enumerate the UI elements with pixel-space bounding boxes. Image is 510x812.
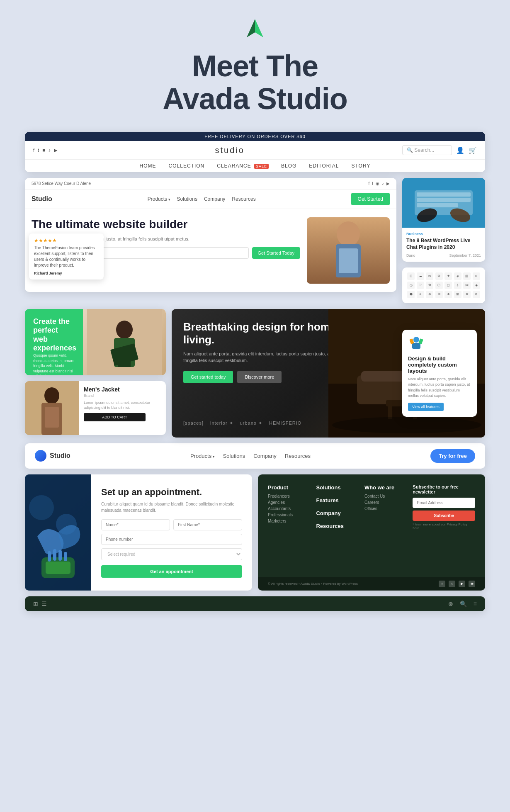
- bottom-circle-icon[interactable]: ⊗: [448, 600, 453, 607]
- icon-23: ✿: [463, 291, 471, 298]
- svg-rect-40: [53, 549, 56, 561]
- svg-point-30: [413, 337, 419, 343]
- dark-discover-button[interactable]: Discover more: [237, 371, 282, 383]
- bottom-search-icon[interactable]: 🔍: [460, 600, 467, 607]
- view-features-button[interactable]: View all features: [408, 403, 444, 411]
- store-nav-mockup: FREE DELIVERY ON ORDERS OVER $60 f t ■ ♪…: [25, 132, 485, 172]
- footer-who-heading: Who we are: [364, 484, 406, 491]
- footer-bottom: © All rights reserved • Avada Studio • P…: [258, 577, 485, 591]
- nav-products-link[interactable]: Products: [190, 453, 215, 459]
- dark-buttons: Get started today Discover more: [183, 371, 343, 383]
- nav-resources[interactable]: Resources: [232, 196, 255, 202]
- stars: ★★★★★: [34, 238, 99, 243]
- fb-icon: f: [368, 181, 369, 186]
- hero-cta-button[interactable]: Get Started Today: [252, 247, 300, 259]
- dark-cta-button[interactable]: Get started today: [183, 371, 233, 383]
- newsletter-label: Subscribe to our free newsletter: [413, 484, 475, 494]
- mockup-topbar: 5678 Setice Way Coeur D Alene f t ◉ ♪ ▶: [25, 178, 396, 190]
- footer-offices[interactable]: Offices: [364, 506, 406, 511]
- main-hero-mockup: 5678 Setice Way Coeur D Alene f t ◉ ♪ ▶ …: [25, 178, 396, 292]
- footer-product-heading: Product: [268, 484, 309, 491]
- icon-5: ★: [444, 272, 452, 280]
- footer-link-agencies[interactable]: Agencies: [268, 500, 309, 505]
- nav-story[interactable]: STORY: [351, 163, 370, 169]
- icon-15: ⋈: [463, 282, 471, 289]
- icon-10: ♡: [417, 282, 424, 289]
- nav-bar-mockup: Studio Products Solutions Company Resour…: [25, 443, 485, 469]
- hero-section: Meet The Avada Studio: [163, 17, 347, 115]
- footer-dark-body: Product Freelancers Agencies Accountants…: [258, 474, 485, 577]
- nav-resources-link[interactable]: Resources: [285, 453, 311, 459]
- nav-bar-logo: Studio: [35, 450, 70, 462]
- privacy-text: * learn more about our Privacy Policy he…: [413, 523, 475, 530]
- user-icon: 👤: [456, 146, 464, 154]
- blog-card-body: Business The 9 Best WordPress Live Chat …: [402, 228, 485, 261]
- nav-clearance[interactable]: CLEARANCE SALE: [217, 163, 269, 169]
- nav-editorial[interactable]: EDITORIAL: [309, 163, 339, 169]
- footer-link-accountants[interactable]: Accountants: [268, 506, 309, 511]
- nav-company-link[interactable]: Company: [253, 453, 277, 459]
- bottom-bar-left-icons: ⊞ ☰: [33, 600, 47, 607]
- service-select[interactable]: Select required: [101, 548, 242, 560]
- footer-careers[interactable]: Careers: [364, 500, 406, 505]
- footer-link-professionals[interactable]: Professionals: [268, 513, 309, 517]
- mockup-nav-links: Products Solutions Company Resources: [148, 196, 256, 202]
- nav-solutions-link[interactable]: Solutions: [223, 453, 245, 459]
- row-three: Create the perfect web experiences Quisq…: [25, 309, 485, 438]
- footer-solutions-heading: Solutions: [316, 484, 357, 491]
- bottom-bar-right-icons: ⊗ 🔍 ≡: [448, 600, 477, 607]
- footer-twitter-icon[interactable]: t: [449, 581, 455, 587]
- firstname-input[interactable]: [173, 519, 242, 530]
- footer-instagram-icon[interactable]: ◉: [469, 581, 475, 587]
- newsletter-email-input[interactable]: [413, 498, 475, 508]
- nav-collection[interactable]: COLLECTION: [169, 163, 205, 169]
- bottom-grid-icon[interactable]: ⊞: [33, 600, 38, 607]
- nav-bar-links: Products Solutions Company Resources: [190, 453, 311, 459]
- custom-layout-card: Design & build completely custom layouts…: [402, 330, 477, 417]
- footer-facebook-icon[interactable]: f: [439, 581, 445, 587]
- add-to-cart-button[interactable]: ADD TO CART: [84, 413, 146, 421]
- mockup-nav: Studio Products Solutions Company Resour…: [25, 190, 396, 209]
- nav-home[interactable]: HOME: [140, 163, 156, 169]
- store-search-box[interactable]: 🔍 Search...: [402, 145, 452, 155]
- search-icon: 🔍: [407, 147, 413, 153]
- nav-blog[interactable]: BLOG: [281, 163, 296, 169]
- icon-18: ✦: [417, 291, 424, 298]
- bottom-user-icon[interactable]: ≡: [474, 600, 477, 607]
- footer-contact[interactable]: Contact Us: [364, 494, 406, 498]
- footer-resources-heading: Resources: [316, 523, 357, 529]
- svg-rect-42: [64, 552, 67, 561]
- icon-20: ⌘: [435, 291, 443, 298]
- hero-heading: The ultimate website builder: [32, 217, 300, 231]
- nav-solutions[interactable]: Solutions: [177, 196, 197, 202]
- footer-link-marketers[interactable]: Marketers: [268, 519, 309, 523]
- try-for-free-button[interactable]: Try for free: [430, 449, 475, 463]
- icon-14: ⊹: [454, 282, 461, 289]
- footer-link-freelancers[interactable]: Freelancers: [268, 494, 309, 498]
- nav-products[interactable]: Products: [148, 196, 170, 202]
- twitter-icon: t: [38, 148, 39, 153]
- svg-point-35: [29, 495, 54, 520]
- subscribe-button[interactable]: Subscribe: [413, 511, 475, 521]
- bottom-menu-icon[interactable]: ☰: [41, 600, 47, 607]
- blog-meta: Dario September 7, 2021: [406, 253, 481, 258]
- store-actions: 🔍 Search... 👤 🛒: [402, 145, 477, 155]
- appointment-button[interactable]: Get an appointment: [101, 565, 242, 578]
- bottom-bar-mockup: ⊞ ☰ ⊗ 🔍 ≡: [25, 596, 485, 611]
- hero-photo: [307, 217, 390, 284]
- phone-input[interactable]: [101, 534, 242, 545]
- svg-point-17: [44, 387, 59, 404]
- blog-author: Dario: [406, 253, 415, 258]
- name-input[interactable]: [101, 519, 170, 530]
- icon-19: ⊗: [426, 291, 433, 298]
- nav-company[interactable]: Company: [204, 196, 225, 202]
- product-image: [25, 381, 79, 435]
- footer-youtube-icon[interactable]: ▶: [459, 581, 465, 587]
- get-started-button[interactable]: Get Started: [351, 193, 390, 205]
- appt-form: Set up an appointment. Curabitur aliquet…: [91, 474, 252, 591]
- blog-card-image: [402, 178, 485, 228]
- svg-rect-6: [417, 192, 471, 197]
- blog-category: Business: [406, 232, 481, 236]
- green-sub: Quisque ipsum velit, rhoncus a etos in, …: [33, 353, 75, 375]
- brand-urbano: urbano ✦: [240, 421, 262, 426]
